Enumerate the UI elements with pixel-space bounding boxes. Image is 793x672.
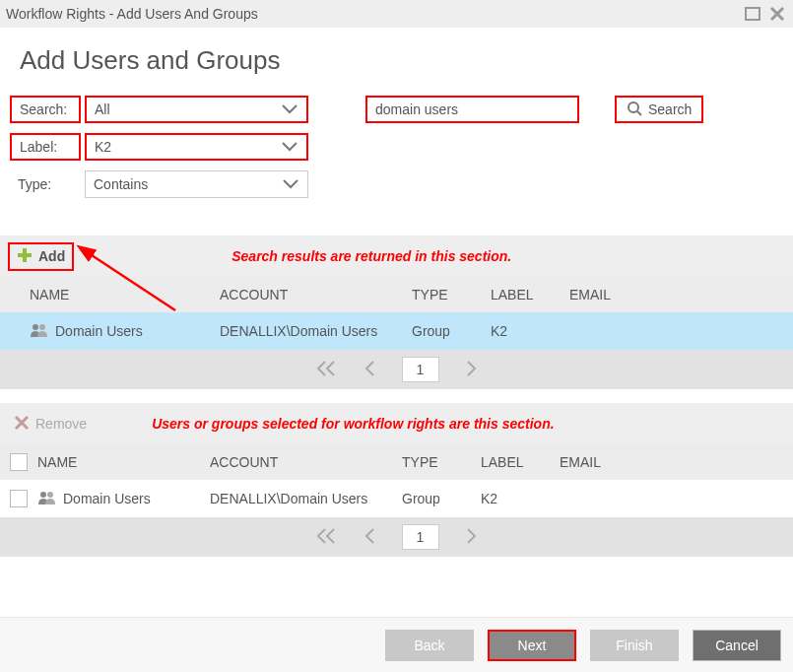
title-bar: Workflow Rights - Add Users And Groups: [0, 0, 793, 28]
plus-icon: [17, 247, 33, 266]
page-prev-icon[interactable]: [363, 360, 376, 380]
cell-account: DENALLIX\Domain Users: [220, 323, 412, 339]
results-pagination: 1: [0, 350, 793, 389]
add-button-label: Add: [38, 248, 65, 264]
remove-button-label: Remove: [35, 416, 87, 432]
cell-name: Domain Users: [55, 323, 143, 339]
selected-toolbar: Remove Users or groups selected for work…: [0, 403, 793, 444]
svg-point-12: [40, 492, 46, 498]
page-heading: Add Users and Groups: [20, 45, 793, 76]
select-all-checkbox[interactable]: [10, 453, 28, 471]
remove-button[interactable]: Remove: [8, 412, 93, 437]
cell-label: K2: [481, 491, 560, 506]
page-prev-icon[interactable]: [363, 527, 376, 548]
label-select[interactable]: K2: [85, 133, 308, 161]
search-button[interactable]: Search: [615, 96, 703, 123]
svg-line-4: [637, 111, 641, 115]
svg-point-8: [33, 324, 38, 330]
svg-point-13: [47, 492, 53, 498]
results-annotation: Search results are returned in this sect…: [231, 248, 511, 264]
search-scope-select[interactable]: All: [85, 96, 308, 123]
add-button[interactable]: Add: [8, 242, 74, 271]
wizard-footer: Back Next Finish Cancel: [0, 617, 793, 672]
finish-button[interactable]: Finish: [590, 630, 679, 661]
selected-column-headers: NAME ACCOUNT TYPE LABEL EMAIL: [0, 444, 793, 480]
col-email: EMAIL: [569, 287, 793, 302]
col-email: EMAIL: [560, 454, 793, 470]
next-button[interactable]: Next: [488, 630, 576, 661]
col-name: NAME: [30, 287, 220, 302]
results-row[interactable]: Domain Users DENALLIX\Domain Users Group…: [0, 312, 793, 350]
svg-point-3: [628, 102, 638, 112]
col-account: ACCOUNT: [210, 454, 402, 470]
label-value: K2: [95, 139, 111, 155]
col-label: LABEL: [491, 287, 569, 302]
page-next-icon[interactable]: [465, 360, 479, 380]
chevron-down-icon: [281, 139, 298, 155]
search-input[interactable]: [365, 96, 579, 123]
selected-row[interactable]: Domain Users DENALLIX\Domain Users Group…: [0, 480, 793, 517]
search-form: Search: All Search Label: K2 Type:: [0, 96, 793, 216]
cell-type: Group: [412, 323, 491, 339]
svg-rect-0: [746, 8, 760, 20]
selected-pagination: 1: [0, 517, 793, 557]
page-number[interactable]: 1: [402, 357, 439, 382]
col-name: NAME: [37, 454, 210, 470]
cell-type: Group: [402, 491, 481, 506]
search-scope-value: All: [95, 101, 110, 117]
page-first-icon[interactable]: [315, 360, 337, 380]
chevron-down-icon: [282, 176, 299, 192]
search-icon: [627, 101, 642, 119]
group-icon: [37, 490, 57, 508]
type-label: Type:: [10, 170, 81, 198]
search-label: Search:: [10, 96, 81, 123]
close-icon[interactable]: [767, 4, 787, 24]
results-column-headers: NAME ACCOUNT TYPE LABEL EMAIL: [0, 277, 793, 312]
label-label: Label:: [10, 133, 81, 161]
cell-name: Domain Users: [63, 491, 151, 506]
type-value: Contains: [94, 176, 148, 192]
cell-account: DENALLIX\Domain Users: [210, 491, 402, 506]
chevron-down-icon: [281, 101, 298, 117]
back-button[interactable]: Back: [385, 630, 474, 661]
page-number[interactable]: 1: [402, 524, 439, 550]
col-account: ACCOUNT: [220, 287, 412, 302]
cancel-button[interactable]: Cancel: [693, 630, 781, 661]
search-button-label: Search: [648, 101, 692, 117]
maximize-icon[interactable]: [744, 5, 761, 23]
col-type: TYPE: [412, 287, 491, 302]
selected-annotation: Users or groups selected for workflow ri…: [152, 416, 554, 432]
results-toolbar: Add Search results are returned in this …: [0, 235, 793, 277]
cell-label: K2: [491, 323, 569, 339]
svg-point-9: [39, 324, 45, 330]
x-icon: [14, 415, 30, 434]
group-icon: [30, 322, 49, 341]
col-label: LABEL: [481, 454, 560, 470]
window-title: Workflow Rights - Add Users And Groups: [6, 6, 258, 22]
page-next-icon[interactable]: [465, 527, 479, 548]
type-select[interactable]: Contains: [85, 170, 308, 198]
row-checkbox[interactable]: [10, 490, 28, 507]
page-first-icon[interactable]: [315, 527, 337, 548]
col-type: TYPE: [402, 454, 481, 470]
